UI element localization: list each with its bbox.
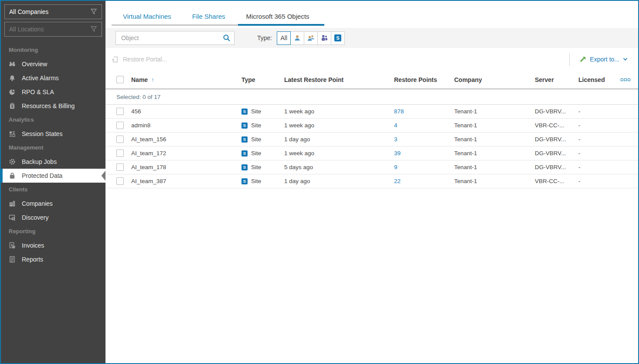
sidebar-item-protected-data[interactable]: Protected Data xyxy=(1,169,105,183)
sidebar-item-active-alarms[interactable]: Active Alarms xyxy=(1,71,105,85)
row-latest-restore-point: 1 week ago xyxy=(284,150,394,156)
binoculars-icon xyxy=(9,61,16,68)
table-row[interactable]: AI_team_172 S Site 1 week ago 39 Tenant-… xyxy=(105,146,638,160)
sidebar-item-overview[interactable]: Overview xyxy=(1,57,105,71)
type-filter-user-group[interactable] xyxy=(304,31,318,45)
sharepoint-site-icon: S xyxy=(241,109,248,115)
column-header-name[interactable]: Name ↑ xyxy=(131,76,241,83)
company-filter[interactable]: All Companies xyxy=(4,4,102,19)
sidebar-item-companies[interactable]: Companies xyxy=(1,197,105,211)
sidebar-item-label: Backup Jobs xyxy=(22,158,57,165)
row-checkbox[interactable] xyxy=(116,150,124,157)
column-header-company[interactable]: Company xyxy=(454,76,535,83)
nav-section-reporting: Reporting xyxy=(1,225,105,238)
sidebar: All Companies All Locations Monitoring O… xyxy=(1,1,105,363)
export-to-button[interactable]: Export to... xyxy=(569,53,628,66)
table-toolbar: Restore Portal... Export to... xyxy=(105,48,638,71)
sidebar-item-invoices[interactable]: $ Invoices xyxy=(1,238,105,252)
table-row[interactable]: AI_team_156 S Site 1 day ago 3 Tenant-1 … xyxy=(105,133,638,146)
restore-points-link[interactable]: 9 xyxy=(394,164,398,170)
table-row[interactable]: 456 S Site 1 week ago 878 Tenant-1 DG-VB… xyxy=(105,105,638,119)
pie-chart-icon xyxy=(9,88,16,95)
table-row[interactable]: admin8 S Site 1 week ago 4 Tenant-1 VBR-… xyxy=(105,119,638,133)
column-header-type[interactable]: Type xyxy=(241,76,284,83)
select-all-checkbox[interactable] xyxy=(116,76,124,83)
restore-points-link[interactable]: 878 xyxy=(394,108,404,115)
report-icon xyxy=(9,256,16,263)
restore-portal-icon xyxy=(112,56,119,63)
column-chooser-icon[interactable] xyxy=(621,78,639,81)
bell-icon xyxy=(9,75,16,82)
type-filter-sharepoint[interactable]: S xyxy=(331,31,345,45)
sharepoint-site-icon: S xyxy=(241,122,248,129)
row-checkbox[interactable] xyxy=(116,177,124,185)
row-checkbox[interactable] xyxy=(116,163,124,171)
row-server: DG-VBRV... xyxy=(535,108,578,115)
row-latest-restore-point: 5 days ago xyxy=(284,164,394,170)
tab-underline-active xyxy=(238,24,324,26)
row-type: S Site xyxy=(241,164,284,170)
sidebar-item-label: Protected Data xyxy=(22,172,62,179)
sidebar-item-reports[interactable]: Reports xyxy=(1,252,105,266)
row-name: AI_team_178 xyxy=(131,164,241,170)
type-filter-user[interactable] xyxy=(290,31,304,45)
sharepoint-icon: S xyxy=(334,34,341,41)
column-header-latest-restore-point[interactable]: Latest Restore Point xyxy=(284,76,394,83)
sidebar-item-session-states[interactable]: Session States xyxy=(1,127,105,141)
row-checkbox[interactable] xyxy=(116,108,124,115)
type-filter-all[interactable]: All xyxy=(277,31,291,45)
row-company: Tenant-1 xyxy=(454,178,535,184)
building-icon xyxy=(9,200,16,207)
svg-text:$: $ xyxy=(11,104,14,109)
search-box xyxy=(116,31,235,45)
sidebar-item-resources-billing[interactable]: $ Resources & Billing xyxy=(1,99,105,113)
search-icon[interactable] xyxy=(223,34,231,42)
sidebar-item-label: Overview xyxy=(22,61,47,68)
column-header-licensed[interactable]: Licensed xyxy=(578,76,621,83)
row-licensed: - xyxy=(578,122,621,129)
column-header-restore-points[interactable]: Restore Points xyxy=(394,76,454,83)
row-licensed: - xyxy=(578,150,621,156)
sharepoint-site-icon: S xyxy=(241,150,248,156)
lock-icon xyxy=(9,172,16,179)
row-type: S Site xyxy=(241,150,284,156)
teams-icon xyxy=(321,34,328,41)
restore-points-link[interactable]: 4 xyxy=(394,122,398,129)
chevron-down-icon xyxy=(623,58,628,61)
user-icon xyxy=(294,34,301,41)
type-filter-teams[interactable] xyxy=(317,31,331,45)
restore-points-link[interactable]: 39 xyxy=(394,150,401,156)
sidebar-item-rpo-sla[interactable]: RPO & SLA xyxy=(1,85,105,99)
row-checkbox[interactable] xyxy=(116,136,124,143)
gear-icon xyxy=(9,158,16,165)
grid-icon xyxy=(9,130,16,137)
sidebar-item-backup-jobs[interactable]: Backup Jobs xyxy=(1,155,105,169)
table-row[interactable]: AI_team_387 S Site 1 day ago 22 Tenant-1… xyxy=(105,174,638,188)
nav-section-monitoring: Monitoring xyxy=(1,43,105,57)
row-name: AI_team_156 xyxy=(131,136,241,143)
row-name: AI_team_172 xyxy=(131,150,241,156)
row-checkbox[interactable] xyxy=(116,122,124,129)
location-filter[interactable]: All Locations xyxy=(4,22,102,37)
filter-icon xyxy=(90,8,97,15)
table-body: Selected: 0 of 17 456 S Site 1 week ago … xyxy=(105,89,638,188)
row-server: DG-VBRV... xyxy=(535,150,578,156)
row-latest-restore-point: 1 week ago xyxy=(284,122,394,129)
type-filter-label: Type: xyxy=(257,34,272,41)
location-filter-value: All Locations xyxy=(9,26,90,33)
tab-bar: Virtual Machines File Shares Microsoft 3… xyxy=(105,1,638,26)
row-server: DG-VBRV... xyxy=(535,136,578,143)
restore-points-link[interactable]: 22 xyxy=(394,178,401,184)
sidebar-item-discovery[interactable]: Discovery xyxy=(1,211,105,225)
column-header-server[interactable]: Server xyxy=(535,76,578,83)
row-latest-restore-point: 1 week ago xyxy=(284,108,394,115)
restore-portal-button[interactable]: Restore Portal... xyxy=(112,56,167,63)
row-name: admin8 xyxy=(131,122,241,129)
row-licensed: - xyxy=(578,178,621,184)
restore-points-link[interactable]: 3 xyxy=(394,136,398,143)
row-latest-restore-point: 1 day ago xyxy=(284,136,394,143)
table-row[interactable]: AI_team_178 S Site 5 days ago 9 Tenant-1… xyxy=(105,160,638,174)
rows-container: 456 S Site 1 week ago 878 Tenant-1 DG-VB… xyxy=(105,105,638,188)
search-input[interactable] xyxy=(121,34,223,41)
sidebar-item-label: Discovery xyxy=(22,214,48,221)
